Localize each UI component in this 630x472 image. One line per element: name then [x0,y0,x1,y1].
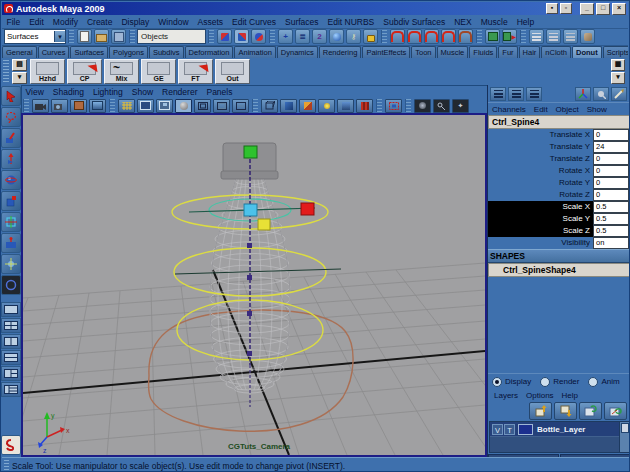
show-menu[interactable]: Show [583,105,611,114]
show-manipulator-tool[interactable] [1,254,21,274]
render-current-icon[interactable] [563,29,578,44]
bookmarks-icon[interactable] [70,99,87,113]
shelf-tab-rendering[interactable]: Rendering [319,46,362,58]
status-group-grip[interactable] [476,30,482,43]
title-bar[interactable]: Autodesk Maya 2009 ▪ ▫ _ □ × [2,2,628,15]
channel-value-field[interactable]: 0.5 [593,225,629,237]
layer-color-swatch[interactable] [518,424,533,435]
script-tool-icon[interactable] [1,435,21,455]
soft-modification-tool[interactable] [1,233,21,253]
lock-icon[interactable] [363,29,378,44]
shelf-grip[interactable] [3,60,9,84]
panel-toolbar-grip[interactable] [23,99,29,112]
shelf-tab-dynamics[interactable]: Dynamics [277,46,318,58]
layer-name[interactable]: Bottle_Layer [537,425,585,434]
menu-display[interactable]: Display [117,17,154,27]
select-tool[interactable] [1,86,21,106]
channel-box-hyperbolic-icon[interactable] [526,87,542,101]
mask-surfaces-icon[interactable] [329,29,344,44]
channel-value-field[interactable]: 0 [593,129,629,141]
panel-menu-show[interactable]: Show [127,87,157,97]
layer-row-bottle[interactable]: V T Bottle_Layer [490,422,629,437]
menu-modify[interactable]: Modify [48,17,82,27]
menu-file[interactable]: File [2,17,25,27]
resolution-gate-icon[interactable] [156,99,173,113]
shelf-menu-icon[interactable]: ▤ [12,59,27,71]
snap-curve-icon[interactable] [407,29,422,44]
select-hierarchy-icon[interactable] [217,29,232,44]
object-menu[interactable]: Object [552,105,583,114]
xray-joints-icon[interactable] [433,99,450,113]
channel-value-field[interactable]: 24 [593,141,629,153]
two-pane-side-layout[interactable] [1,334,21,349]
menu-muscle[interactable]: Muscle [476,17,512,27]
isolate-select-icon[interactable] [385,99,402,113]
move-layer-down-icon[interactable] [554,402,577,420]
four-pane-layout[interactable] [1,318,21,333]
layers-menu[interactable]: Layers [490,391,522,400]
shelf-tab-donut[interactable]: Donut [572,46,602,58]
shelf-tab-polygons[interactable]: Polygons [109,46,148,58]
channel-value-field[interactable]: 0.5 [593,213,629,225]
scrollbar-thumb[interactable] [621,423,629,433]
move-layer-up-icon[interactable] [529,402,552,420]
plugin-shading-icon[interactable]: ✦ [452,99,469,113]
menu-set-dropdown[interactable]: Surfaces ▾ [4,29,66,44]
panel-toolbar-grip[interactable] [252,99,258,112]
channel-value-field[interactable]: 0 [593,189,629,201]
menu-surfaces[interactable]: Surfaces [280,17,323,27]
shelf-tab-hair[interactable]: Hair [519,46,541,58]
panel-menu-panels[interactable]: Panels [202,87,237,97]
shelf-button-out[interactable]: Out [215,59,250,84]
universal-manipulator-tool[interactable] [1,212,21,232]
channel-box-toggle-icon[interactable] [611,87,627,101]
wireframe-icon[interactable] [261,99,278,113]
shelf-tab-fur[interactable]: Fur [498,46,517,58]
status-group-grip[interactable] [129,30,135,43]
shape-name-header[interactable]: Ctrl_SpineShape4 [488,263,630,277]
open-scene-icon[interactable] [94,29,109,44]
status-group-grip[interactable] [208,30,214,43]
panel-menu-renderer[interactable]: Renderer [158,87,202,97]
menu-create[interactable]: Create [82,17,117,27]
panel-menu-shading[interactable]: Shading [48,87,88,97]
panel-menu-view[interactable]: View [21,87,48,97]
image-plane-icon[interactable] [89,99,106,113]
menu-nex[interactable]: NEX [450,17,476,27]
render-view-icon[interactable] [546,29,561,44]
menu-edit[interactable]: Edit [25,17,49,27]
lasso-select-tool[interactable] [1,107,21,127]
scale-x-handle[interactable] [301,203,314,215]
shelf-tab-ncloth[interactable]: nCloth [541,46,571,58]
viewport-canvas[interactable]: x y z CGTuts_Camera [23,115,485,455]
restore-button[interactable]: □ [596,3,610,15]
status-group-grip[interactable] [381,30,387,43]
safe-title-icon[interactable] [232,99,249,113]
mask-deformers-icon[interactable]: ⚷ [346,29,361,44]
save-scene-icon[interactable] [111,29,126,44]
two-pane-stacked-layout[interactable] [1,350,21,365]
new-empty-layer-icon[interactable] [579,402,602,420]
shelf-tab-toon[interactable]: Toon [411,46,435,58]
menu-edit-curves[interactable]: Edit Curves [228,17,281,27]
channel-value-field[interactable]: 0 [593,153,629,165]
menu-help[interactable]: Help [512,17,538,27]
input-connections-icon[interactable] [485,29,500,44]
mask-handles-icon[interactable]: ≣ [295,29,310,44]
new-layer-with-selected-icon[interactable] [604,402,627,420]
channel-value-field[interactable]: on [593,237,629,249]
shelf-tab-fluids[interactable]: Fluids [469,46,497,58]
scale-tool[interactable] [1,191,21,211]
shelf-tab-deformation[interactable]: Deformation [185,46,234,58]
channel-value-field[interactable]: 0 [593,165,629,177]
construction-history-icon[interactable] [529,29,544,44]
window-extra1-button[interactable]: ▪ [546,3,558,14]
layer-list-scrollbar[interactable] [619,422,629,452]
anim-radio[interactable]: Anim [588,377,619,387]
channel-box-manips-icon[interactable] [490,87,506,101]
textured-icon[interactable] [299,99,316,113]
shaded-icon[interactable] [280,99,297,113]
shelf-button-mix[interactable]: ~ Mix [104,59,139,84]
status-group-grip[interactable] [68,30,74,43]
select-component-icon[interactable] [251,29,266,44]
